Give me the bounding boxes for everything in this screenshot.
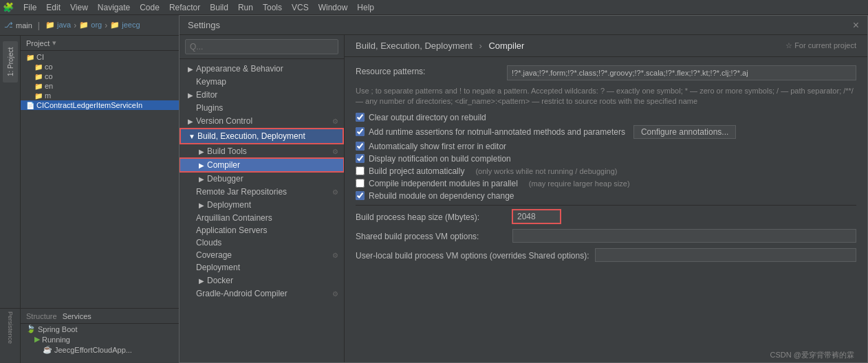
menubar: 🧩 File Edit View Navigate Code Refactor …: [0, 0, 868, 15]
arrow-icon: ▶: [185, 89, 196, 100]
heap-size-row: Build process heap size (Mbytes):: [356, 210, 856, 223]
close-button[interactable]: ×: [853, 19, 859, 32]
nav-deployment2[interactable]: Deployment: [180, 261, 344, 274]
nav-item-label: Deployment: [196, 263, 338, 272]
checkbox-build-auto: Build project automatically: [356, 166, 464, 176]
menu-file[interactable]: File: [19, 2, 41, 13]
tree-item-cicontract[interactable]: 📄 CIContractLedgerItemServiceIn: [21, 100, 199, 110]
nav-remote-jar[interactable]: Remote Jar Repositories ⚙: [180, 186, 344, 198]
menu-edit[interactable]: Edit: [42, 2, 65, 13]
java-path: 📁 java: [45, 21, 71, 30]
menu-run[interactable]: Run: [234, 2, 257, 13]
build-auto-row: Build project automatically (only works …: [356, 166, 856, 176]
nav-version-control[interactable]: ▶ Version Control ⚙: [180, 114, 344, 128]
arrow-icon: ▶: [196, 173, 207, 184]
nav-plugins[interactable]: Plugins: [180, 102, 344, 114]
nav-build-tools[interactable]: ▶ Build Tools ⚙: [180, 144, 344, 158]
menu-view[interactable]: View: [66, 2, 92, 13]
project-tab[interactable]: 1: Project: [3, 41, 18, 82]
tree-item-ci[interactable]: 📁 CI: [21, 52, 199, 62]
checkbox-compile-parallel: Compile independent modules in parallel: [356, 179, 518, 188]
arrow-icon: ▶: [196, 199, 207, 210]
nav-item-label: Compiler: [207, 160, 338, 170]
nav-item-label: Build, Execution, Deployment: [197, 131, 337, 141]
user-local-vm-row: User-local build process VM options (ove…: [356, 248, 856, 262]
project-dropdown-icon[interactable]: ▾: [52, 38, 56, 47]
settings-nav: ▶ Appearance & Behavior Keymap ▶ Editor …: [180, 35, 345, 362]
build-auto-checkbox[interactable]: [356, 166, 365, 175]
menu-code[interactable]: Code: [135, 2, 164, 13]
menu-window[interactable]: Window: [314, 2, 352, 13]
menu-refactor[interactable]: Refactor: [165, 2, 204, 13]
nav-item-label: Version Control: [196, 116, 332, 126]
tree-item-co1[interactable]: 📁 co: [21, 62, 199, 72]
resource-patterns-value[interactable]: !?*.java;!?*.form;!?*.class;!?*.groovy;!…: [507, 65, 856, 80]
nav-clouds[interactable]: Clouds: [180, 236, 344, 249]
left-chrome: 1: Project: [0, 36, 21, 308]
spring-boot-icon: 🍃: [26, 324, 36, 333]
compile-parallel-checkbox[interactable]: [356, 179, 365, 188]
nav-docker[interactable]: ▶ Docker: [180, 274, 344, 287]
tree-item-en[interactable]: 📁 en: [21, 81, 199, 91]
menu-build[interactable]: Build: [206, 2, 232, 13]
build-auto-label: Build project automatically: [369, 166, 464, 176]
menu-navigate[interactable]: Navigate: [94, 2, 134, 13]
nav-arquillian[interactable]: Arquillian Containers: [180, 212, 344, 224]
menu-tools[interactable]: Tools: [259, 2, 286, 13]
structure-tab[interactable]: Structure: [26, 312, 57, 320]
menu-vcs[interactable]: VCS: [287, 2, 313, 13]
compile-parallel-note: (may require larger heap size): [529, 179, 630, 188]
project-label: Project: [26, 39, 50, 47]
show-first-error-checkbox[interactable]: [356, 142, 365, 151]
settings-search-input[interactable]: [185, 39, 338, 54]
settings-icon: ⚙: [332, 188, 338, 196]
arrow-icon: ▶: [196, 146, 207, 157]
compile-parallel-label: Compile independent modules in parallel: [369, 179, 518, 188]
nav-debugger[interactable]: ▶ Debugger: [180, 172, 344, 186]
compile-parallel-row: Compile independent modules in parallel …: [356, 179, 856, 188]
clear-output-checkbox[interactable]: [356, 113, 365, 122]
folder-icon: 📁: [34, 82, 43, 90]
nav-gradle-android[interactable]: Gradle-Android Compiler ⚙: [180, 287, 344, 300]
display-notification-checkbox[interactable]: [356, 154, 365, 163]
shared-vm-input[interactable]: [512, 229, 856, 243]
services-tab[interactable]: Services: [63, 312, 91, 320]
nav-deployment[interactable]: ▶ Deployment: [180, 198, 344, 212]
settings-dialog: Settings × ▶ Appearance & Behavior Keyma…: [179, 15, 868, 363]
menu-help[interactable]: Help: [353, 2, 378, 13]
nav-app-servers[interactable]: Application Servers: [180, 224, 344, 236]
nav-keymap[interactable]: Keymap: [180, 76, 344, 88]
nav-item-label: Coverage: [196, 250, 332, 260]
rebuild-module-checkbox[interactable]: [356, 191, 365, 200]
runtime-assertions-label: Add runtime assertions for notnull-annot…: [369, 127, 625, 137]
configure-annotations-button[interactable]: Configure annotations...: [633, 125, 736, 139]
nav-editor[interactable]: ▶ Editor: [180, 88, 344, 102]
app-icon: ☕: [43, 345, 52, 354]
user-local-vm-input[interactable]: [595, 248, 857, 262]
for-project-badge[interactable]: ☆ For current project: [785, 41, 856, 50]
divider: [356, 205, 856, 206]
tree-item-co2[interactable]: 📁 co: [21, 72, 199, 81]
breadcrumb-sep: ›: [479, 41, 481, 51]
resource-patterns-desc: Use ; to separate patterns and ! to nega…: [356, 86, 856, 107]
shared-vm-label: Shared build process VM options:: [356, 230, 507, 241]
settings-right-panel: Build, Execution, Deployment › Compiler …: [345, 35, 867, 362]
runtime-assertions-checkbox[interactable]: [356, 127, 365, 136]
persistence-tab[interactable]: Persistence: [7, 311, 14, 344]
checkbox-rebuild-module: Rebuild module on dependency change: [356, 191, 856, 201]
tree-item-m[interactable]: 📁 m: [21, 91, 199, 100]
heap-size-input[interactable]: [512, 210, 561, 223]
nav-compiler[interactable]: ▶ Compiler: [180, 158, 344, 172]
project-sidebar-header: Project ▾: [21, 36, 199, 51]
heap-size-label: Build process heap size (Mbytes):: [356, 211, 507, 222]
nav-coverage[interactable]: Coverage ⚙: [180, 249, 344, 261]
dialog-titlebar: Settings ×: [180, 16, 867, 35]
display-notification-label: Display notification on build completion: [369, 154, 511, 164]
nav-item-label: Editor: [196, 90, 338, 100]
branch-name[interactable]: main: [16, 21, 32, 30]
nav-item-label: Application Servers: [196, 226, 338, 235]
nav-item-label: Plugins: [196, 103, 338, 113]
breadcrumb: Build, Execution, Deployment › Compiler: [356, 41, 524, 51]
nav-appearance[interactable]: ▶ Appearance & Behavior: [180, 62, 344, 76]
nav-build-execution[interactable]: ▼ Build, Execution, Deployment: [180, 128, 344, 144]
